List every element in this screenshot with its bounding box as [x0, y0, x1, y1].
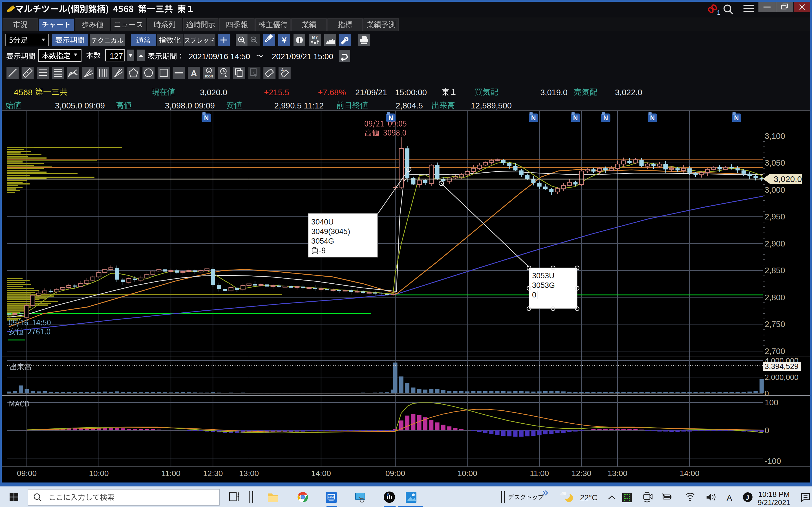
svg-text:2,000,000: 2,000,000: [765, 373, 799, 382]
svg-text:2,900: 2,900: [765, 239, 785, 248]
svg-text:1: 1: [717, 9, 720, 16]
svg-text:3054G: 3054G: [311, 237, 334, 245]
svg-text:3049(3045): 3049(3045): [311, 227, 350, 236]
svg-text:0: 0: [765, 426, 769, 435]
svg-text:2,990.5 11:12: 2,990.5 11:12: [274, 101, 324, 110]
svg-text:i: i: [299, 37, 300, 44]
svg-text:2,700: 2,700: [765, 347, 785, 356]
svg-text:N: N: [603, 114, 608, 122]
svg-text:3,050: 3,050: [765, 158, 785, 167]
svg-text:12:30: 12:30: [203, 469, 223, 478]
svg-text:2021/09/16 14:50: 2021/09/16 14:50: [189, 52, 250, 61]
svg-text:100: 100: [765, 398, 778, 407]
svg-text:21/09/21: 21/09/21: [355, 88, 387, 97]
svg-text:3053U: 3053U: [532, 272, 555, 280]
svg-text:+215.5: +215.5: [264, 88, 289, 97]
svg-text:12:30: 12:30: [571, 469, 591, 478]
svg-text:11:00: 11:00: [530, 469, 549, 478]
svg-text:09:00: 09:00: [386, 469, 405, 478]
svg-text:09:00: 09:00: [17, 469, 37, 478]
svg-text:ICON: ICON: [205, 75, 213, 78]
svg-text:N: N: [734, 114, 739, 122]
svg-text:2,950: 2,950: [765, 212, 785, 221]
svg-text:14:00: 14:00: [311, 469, 331, 478]
svg-text:13:00: 13:00: [239, 469, 259, 478]
svg-text:12,589,500: 12,589,500: [471, 101, 512, 110]
svg-text:2,850: 2,850: [765, 266, 785, 275]
svg-text:0: 0: [532, 291, 536, 299]
svg-text:10:00: 10:00: [89, 469, 109, 478]
svg-text:¥: ¥: [282, 36, 287, 45]
svg-text:14:00: 14:00: [680, 469, 700, 478]
svg-text:3,005.0 09:09: 3,005.0 09:09: [55, 101, 105, 110]
svg-text:4568: 4568: [14, 88, 33, 97]
svg-text:3,000: 3,000: [765, 185, 785, 194]
svg-text:3040U: 3040U: [311, 218, 334, 226]
svg-text:15:00:00: 15:00:00: [395, 88, 427, 97]
svg-text:+7.68%: +7.68%: [318, 88, 346, 97]
svg-text:3,394,529: 3,394,529: [765, 362, 799, 371]
svg-text:N: N: [650, 114, 655, 122]
svg-text:J: J: [746, 494, 749, 501]
svg-text:3,020.0: 3,020.0: [200, 88, 227, 97]
svg-text:9/21/2021: 9/21/2021: [758, 498, 790, 507]
svg-text:3,022.0: 3,022.0: [615, 88, 642, 97]
svg-text:-100: -100: [765, 457, 781, 466]
svg-text:N: N: [389, 114, 393, 122]
svg-text:22°C: 22°C: [580, 493, 598, 502]
svg-text:R: R: [388, 493, 390, 496]
svg-text:13:00: 13:00: [608, 469, 627, 478]
svg-text:MY: MY: [312, 35, 318, 40]
svg-text:2,800: 2,800: [765, 293, 785, 302]
svg-text:3,100: 3,100: [765, 131, 785, 140]
svg-text:3053G: 3053G: [532, 281, 555, 290]
svg-text:A: A: [191, 68, 197, 78]
svg-text:10:18 PM: 10:18 PM: [758, 490, 790, 499]
svg-text:10:00: 10:00: [458, 469, 477, 478]
svg-text:2,804.5: 2,804.5: [396, 101, 423, 110]
svg-text:3,098.0 09:09: 3,098.0 09:09: [165, 101, 215, 110]
svg-text:12:00: 12:00: [328, 496, 335, 498]
svg-text:2021/09/21 15:00: 2021/09/21 15:00: [272, 52, 333, 61]
svg-text:11:00: 11:00: [161, 469, 181, 478]
svg-text:127: 127: [110, 52, 123, 60]
svg-text:3,019.0: 3,019.0: [540, 88, 567, 97]
svg-text:2,750: 2,750: [765, 320, 785, 329]
svg-text:N: N: [204, 114, 209, 122]
svg-text:A: A: [726, 493, 732, 503]
svg-text:3,020.0: 3,020.0: [774, 174, 802, 184]
svg-text:A: A: [281, 68, 284, 72]
svg-text:N: N: [531, 114, 536, 122]
svg-text:N: N: [573, 114, 578, 122]
svg-text:0: 0: [765, 389, 769, 398]
